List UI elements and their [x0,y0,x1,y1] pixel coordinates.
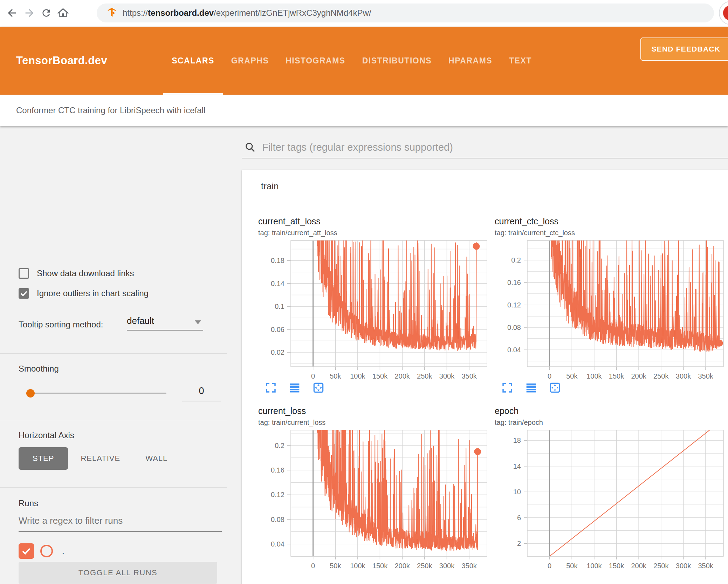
train-card: train current_att_loss tag: train/curren… [242,170,728,584]
fullscreen-icon[interactable] [265,382,276,393]
ignore-outliers-label: Ignore outliers in chart scaling [37,288,149,298]
chart-current-ctc-loss: current_ctc_loss tag: train/current_ctc_… [495,216,726,403]
chart-tag: tag: train/current_loss [258,419,489,427]
check-icon [21,546,32,556]
tooltip-sorting-dropdown[interactable]: default [127,315,203,331]
tooltip-sorting-label: Tooltip sorting method: [19,320,103,330]
svg-text:0.06: 0.06 [271,326,284,333]
runs-filter-input[interactable] [19,515,222,532]
svg-text:150k: 150k [609,562,624,568]
tab-hparams[interactable]: HPARAMS [440,27,501,95]
fit-domain-icon[interactable] [313,382,324,393]
svg-text:100k: 100k [586,372,602,379]
axis-wall-button[interactable]: WALL [133,447,180,470]
svg-text:350k: 350k [698,562,713,568]
settings-sidebar: Show data download links Ignore outliers… [0,126,242,584]
avatar[interactable] [719,1,728,25]
refresh-icon[interactable] [39,6,53,20]
svg-text:50k: 50k [566,562,578,568]
svg-text:0.1: 0.1 [275,303,284,310]
run-name: . [62,546,64,556]
chart-tag: tag: train/current_ctc_loss [495,229,726,237]
tensorboard-favicon [107,7,117,19]
svg-text:0.2: 0.2 [275,442,284,449]
svg-text:50k: 50k [330,372,341,379]
line-chart[interactable]: 050k100k150k200k250k300k350k18141062 [495,428,726,568]
svg-text:300k: 300k [439,372,455,379]
toggle-all-runs-button[interactable]: TOGGLE ALL RUNS [19,562,217,584]
svg-text:0.12: 0.12 [507,301,521,309]
horizontal-axis-buttons: STEP RELATIVE WALL [19,447,180,470]
svg-text:18: 18 [513,436,521,444]
log-scale-icon[interactable] [289,382,300,393]
svg-text:6: 6 [517,514,521,522]
svg-text:2: 2 [517,539,521,547]
chart-toolbar [502,382,726,393]
svg-text:0.08: 0.08 [271,516,284,523]
log-scale-icon[interactable] [526,382,537,393]
run-color-swatch[interactable] [40,545,53,557]
tab-scalars[interactable]: SCALARS [163,27,223,95]
svg-text:14: 14 [513,462,521,470]
home-icon[interactable] [56,6,70,20]
svg-text:0.02: 0.02 [271,348,284,356]
run-row: . [19,543,64,559]
smoothing-value[interactable]: 0 [182,386,221,401]
svg-text:300k: 300k [676,372,691,379]
browser-toolbar: https://tensorboard.dev/experiment/lzGnE… [0,0,728,26]
svg-text:0.16: 0.16 [507,279,521,286]
run-checkbox[interactable] [19,543,34,559]
svg-text:0.14: 0.14 [271,280,284,287]
svg-text:200k: 200k [631,562,647,568]
tab-graphs[interactable]: GRAPHS [223,27,277,95]
svg-text:0: 0 [548,372,551,379]
show-download-links-checkbox[interactable] [19,268,29,279]
caret-down-icon [195,320,201,324]
line-chart[interactable]: 050k100k150k200k250k300k350k0.180.140.10… [258,238,489,379]
chart-toolbar [265,382,489,393]
smoothing-slider-thumb[interactable] [26,389,35,398]
send-feedback-button[interactable]: SEND FEEDBACK [640,38,728,61]
nav-tabs: SCALARS GRAPHS HISTOGRAMS DISTRIBUTIONS … [163,27,540,95]
chart-epoch: epoch tag: train/epoch 050k100k150k200k2… [495,406,726,568]
svg-text:0: 0 [548,562,551,568]
tab-histograms[interactable]: HISTOGRAMS [277,27,353,95]
svg-text:0.16: 0.16 [271,466,284,474]
svg-text:300k: 300k [439,562,455,568]
svg-text:0.2: 0.2 [511,256,521,264]
experiment-title-band: Conformer CTC training for LibriSpeech w… [0,95,728,126]
axis-step-button[interactable]: STEP [19,447,68,470]
app-header: TensorBoard.dev SCALARS GRAPHS HISTOGRAM… [0,27,728,95]
svg-text:10: 10 [513,488,521,496]
chart-title: current_att_loss [258,216,489,226]
address-bar[interactable]: https://tensorboard.dev/experiment/lzGnE… [97,4,714,22]
tab-distributions[interactable]: DISTRIBUTIONS [354,27,440,95]
svg-text:150k: 150k [372,372,388,379]
ignore-outliers-checkbox[interactable] [19,288,29,299]
svg-text:50k: 50k [566,372,578,379]
tab-text[interactable]: TEXT [501,27,540,95]
filter-tags-input[interactable] [262,142,728,153]
avatar-red-badge [723,5,728,21]
line-chart[interactable]: 050k100k150k200k250k300k350k0.20.160.120… [495,238,726,379]
forward-arrow-icon[interactable] [22,6,36,20]
back-arrow-icon[interactable] [5,6,19,20]
check-icon [20,289,28,298]
divider [0,487,227,488]
horizontal-axis-label: Horizontal Axis [19,430,74,440]
divider [0,353,227,354]
svg-text:200k: 200k [631,372,647,379]
brand-title: TensorBoard.dev [16,54,107,67]
fullscreen-icon[interactable] [502,382,513,393]
train-card-header[interactable]: train [242,170,728,202]
ignore-outliers-row[interactable]: Ignore outliers in chart scaling [19,288,149,299]
line-chart[interactable]: 050k100k150k200k250k300k350k0.20.160.120… [258,428,489,568]
axis-relative-button[interactable]: RELATIVE [68,447,133,470]
fit-domain-icon[interactable] [549,382,561,393]
smoothing-slider[interactable] [30,393,166,394]
chart-current-att-loss: current_att_loss tag: train/current_att_… [258,216,489,403]
smoothing-label: Smoothing [19,364,59,374]
tooltip-sorting-value: default [127,315,154,326]
show-download-links-row[interactable]: Show data download links [19,268,134,279]
svg-text:0.18: 0.18 [271,257,284,264]
